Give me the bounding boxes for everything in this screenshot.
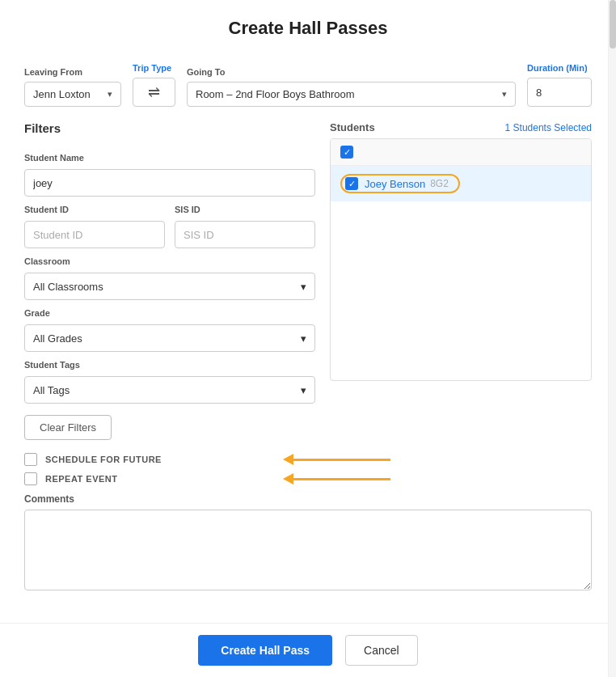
trip-type-group: Trip Type ⇌ <box>133 63 175 107</box>
modal-title: Create Hall Passes <box>0 0 616 50</box>
create-label: Create Hall Pass <box>221 644 310 657</box>
grade-group: Grade All Grades ▾ <box>24 300 315 352</box>
comments-section: Comments <box>24 493 592 594</box>
student-name: Joey Benson <box>365 178 425 190</box>
student-name-group: Student Name <box>24 145 315 197</box>
cancel-button[interactable]: Cancel <box>345 635 418 666</box>
student-tags-select[interactable]: All Tags ▾ <box>24 376 315 404</box>
schedule-row: SCHEDULE FOR FUTURE <box>24 453 592 466</box>
repeat-row: REPEAT EVENT <box>24 472 592 485</box>
leaving-from-chevron-icon: ▾ <box>108 89 112 99</box>
scrollbar-thumb[interactable] <box>610 0 616 49</box>
top-row: Leaving From Jenn Loxton ▾ Trip Type ⇌ G… <box>24 63 592 107</box>
schedule-label: SCHEDULE FOR FUTURE <box>45 455 162 464</box>
student-tags-group: Student Tags All Tags ▾ <box>24 352 315 404</box>
student-row[interactable]: Joey Benson 8G2 <box>331 166 591 201</box>
grade-chevron-icon: ▾ <box>301 332 306 345</box>
student-tags-label: Student Tags <box>24 360 315 370</box>
classroom-select[interactable]: All Classrooms ▾ <box>24 273 315 300</box>
main-content: Filters Student Name Student ID SIS ID <box>24 121 592 440</box>
grade-label: Grade <box>24 308 315 318</box>
comments-label: Comments <box>24 493 592 505</box>
going-to-group: Going To Room – 2nd Floor Boys Bathroom … <box>187 67 516 107</box>
schedule-checkbox[interactable] <box>24 453 37 466</box>
student-name-input[interactable] <box>24 169 315 197</box>
sis-id-group: SIS ID <box>175 197 315 248</box>
leaving-from-group: Leaving From Jenn Loxton ▾ <box>24 67 121 107</box>
student-select-all-row[interactable] <box>331 139 591 166</box>
modal-container: Create Hall Passes Leaving From Jenn Lox… <box>0 0 616 677</box>
going-to-value: Room – 2nd Floor Boys Bathroom <box>196 88 355 100</box>
going-to-label: Going To <box>187 67 516 77</box>
student-tags-value: All Tags <box>33 384 70 396</box>
student-tag: 8G2 <box>430 178 449 189</box>
grade-select[interactable]: All Grades ▾ <box>24 324 315 352</box>
leaving-from-select[interactable]: Jenn Loxton ▾ <box>24 82 121 107</box>
clear-filters-label: Clear Filters <box>40 421 96 434</box>
students-selected-count: 1 Students Selected <box>505 122 592 133</box>
select-all-checkbox[interactable] <box>340 146 353 159</box>
repeat-arrow-head-icon <box>283 473 293 484</box>
student-tags-chevron-icon: ▾ <box>301 384 306 396</box>
id-row: Student ID SIS ID <box>24 197 315 248</box>
trip-type-button[interactable]: ⇌ <box>133 78 175 107</box>
student-id-label: Student ID <box>24 205 165 214</box>
repeat-arrow-annotation <box>283 473 390 484</box>
duration-label: Duration (Min) <box>527 63 592 73</box>
schedule-arrow-line <box>293 459 390 461</box>
repeat-checkbox[interactable] <box>24 472 37 485</box>
schedule-repeat-section: SCHEDULE FOR FUTURE REPEAT EVENT <box>24 453 592 485</box>
students-list-wrapper: Joey Benson 8G2 <box>330 138 592 381</box>
students-header: Students 1 Students Selected <box>330 121 592 133</box>
students-panel: Students 1 Students Selected Joey Benson… <box>330 121 592 440</box>
page-title-text: Create Hall Passes <box>229 18 388 38</box>
leaving-from-label: Leaving From <box>24 67 121 77</box>
cancel-label: Cancel <box>364 644 399 657</box>
modal-body: Leaving From Jenn Loxton ▾ Trip Type ⇌ G… <box>0 50 616 623</box>
students-label: Students <box>330 121 375 133</box>
classroom-value: All Classrooms <box>33 281 103 293</box>
schedule-arrow-annotation <box>283 454 390 465</box>
repeat-arrow-line <box>293 478 390 480</box>
trip-type-label: Trip Type <box>133 63 175 73</box>
sis-id-label: SIS ID <box>175 205 315 214</box>
modal-footer: Create Hall Pass Cancel <box>0 623 616 677</box>
trip-type-icon: ⇌ <box>148 83 160 101</box>
schedule-arrow-head-icon <box>283 454 293 465</box>
create-hall-pass-button[interactable]: Create Hall Pass <box>198 635 332 666</box>
grade-value: All Grades <box>33 332 82 345</box>
student-id-input[interactable] <box>24 221 165 248</box>
clear-filters-button[interactable]: Clear Filters <box>24 415 112 440</box>
scrollbar-track[interactable] <box>608 0 616 677</box>
classroom-group: Classroom All Classrooms ▾ <box>24 248 315 300</box>
filters-panel: Filters Student Name Student ID SIS ID <box>24 121 315 440</box>
classroom-chevron-icon: ▾ <box>301 281 306 293</box>
duration-input[interactable] <box>527 78 592 107</box>
going-to-select[interactable]: Room – 2nd Floor Boys Bathroom ▾ <box>187 82 516 107</box>
repeat-label: REPEAT EVENT <box>45 474 118 484</box>
leaving-from-value: Jenn Loxton <box>33 88 91 100</box>
comments-textarea[interactable] <box>24 510 592 590</box>
student-id-group: Student ID <box>24 197 165 248</box>
student-name-label: Student Name <box>24 153 315 163</box>
going-to-chevron-icon: ▾ <box>502 89 507 99</box>
sis-id-input[interactable] <box>175 221 315 248</box>
student-checkbox[interactable] <box>345 177 358 190</box>
filters-title: Filters <box>24 121 315 135</box>
duration-group: Duration (Min) <box>527 63 592 107</box>
classroom-label: Classroom <box>24 256 315 266</box>
